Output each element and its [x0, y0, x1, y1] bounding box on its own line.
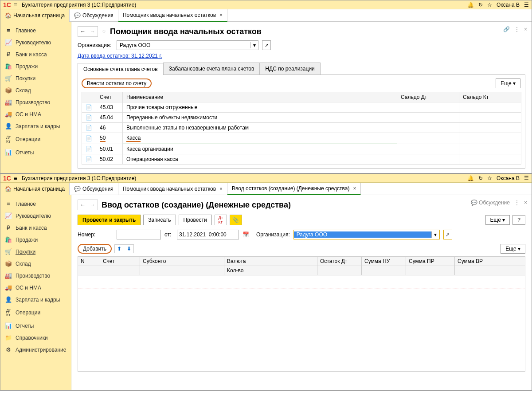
sidebar-item-reports[interactable]: 📊Отчеты [0, 146, 71, 158]
sidebar-item-purchases[interactable]: 🛒Покупки [0, 246, 71, 258]
tab-assistant[interactable]: Помощник ввода начальных остатков× [118, 183, 227, 195]
sidebar-item-operations[interactable]: ДтКтОперации [0, 132, 71, 146]
sidebar-item-bank[interactable]: ₽Банк и касса [0, 222, 71, 234]
tab-offbalance[interactable]: Забалансовые счета плана счетов [163, 63, 260, 74]
bell-icon[interactable]: 🔔 [467, 2, 474, 8]
col-sum-pr[interactable]: Сумма ПР [406, 257, 455, 266]
settings-lines-icon[interactable]: ☰ [524, 2, 529, 8]
sidebar-item-purchases[interactable]: 🛒Покупки [0, 72, 71, 84]
close-icon[interactable]: × [218, 186, 223, 192]
add-button[interactable]: Добавить [78, 244, 112, 254]
number-input[interactable] [117, 230, 161, 239]
close-icon[interactable]: × [524, 26, 527, 32]
col-subconto[interactable]: Субконто [140, 257, 224, 266]
kebab-icon[interactable]: ⋮ [514, 200, 520, 206]
dtkt-button[interactable]: ДтКт [215, 215, 227, 225]
hamburger-icon[interactable]: ≡ [14, 175, 17, 182]
col-balance-dt[interactable]: Остаток Дт [317, 257, 362, 266]
dropdown-icon[interactable]: ▾ [431, 231, 439, 238]
tab-home[interactable]: 🏠Начальная страница [0, 9, 70, 22]
col-sum-nu[interactable]: Сумма НУ [362, 257, 406, 266]
kebab-icon[interactable]: ⋮ [514, 26, 520, 32]
tab-entry[interactable]: Ввод остатков (создание) (Денежные средс… [227, 183, 361, 195]
close-icon[interactable]: × [524, 200, 527, 206]
sidebar-item-assets[interactable]: 🚚ОС и НМА [0, 108, 71, 120]
sidebar-item-admin[interactable]: ⚙Администрирование [0, 344, 71, 356]
table-row[interactable]: 📄50.02Операционная касса [82, 154, 521, 165]
more-button[interactable]: Еще ▾ [485, 215, 510, 225]
col-account[interactable]: Счет [100, 257, 140, 266]
post-button[interactable]: Провести [179, 215, 212, 225]
table-row[interactable]: 📄50.01Касса организации [82, 144, 521, 154]
settings-lines-icon[interactable]: ☰ [524, 175, 529, 181]
date-input[interactable] [177, 230, 239, 239]
table-row[interactable]: 📄45.04Переданные объекты недвижимости [82, 113, 521, 123]
open-ref-button[interactable]: ↗ [443, 230, 452, 239]
close-icon[interactable]: × [351, 185, 356, 192]
sidebar-item-manager[interactable]: 📈Руководителю [0, 210, 71, 222]
star-icon[interactable]: ☆ [487, 2, 492, 8]
open-ref-button[interactable]: ↗ [262, 40, 271, 50]
sidebar-item-sales[interactable]: 🛍️Продажи [0, 60, 71, 72]
sidebar-item-production[interactable]: 🏭Производство [0, 96, 71, 108]
star-icon[interactable]: ☆ [487, 175, 492, 181]
link-icon[interactable]: 🔗 [503, 26, 510, 32]
sidebar-item-stock[interactable]: 📦Склад [0, 84, 71, 96]
move-down-icon[interactable]: ⬇ [125, 245, 133, 253]
col-n[interactable]: N [78, 257, 100, 266]
enter-balances-button[interactable]: Ввести остатки по счету [82, 78, 152, 88]
org-input[interactable]: Радуга ООО ▾ [117, 40, 258, 50]
sidebar-item-hr[interactable]: 👤Зарплата и кадры [0, 294, 71, 306]
dropdown-icon[interactable]: ▾ [250, 42, 258, 48]
org-input[interactable]: Радуга ООО ▾ [293, 230, 440, 239]
post-and-close-button[interactable]: Провести и закрыть [78, 215, 141, 225]
sidebar-item-manager[interactable]: 📈Руководителю [0, 36, 71, 48]
sidebar-item-bank[interactable]: ₽Банк и касса [0, 48, 71, 60]
date-link[interactable]: Дата ввода остатков: 31.12.2021 г. [78, 53, 162, 59]
attach-button[interactable]: 📎 [230, 215, 242, 225]
save-button[interactable]: Записать [143, 215, 176, 225]
bell-icon[interactable]: 🔔 [467, 175, 474, 181]
close-icon[interactable]: × [218, 12, 223, 18]
table-row-selected[interactable]: 📄50Касса [82, 133, 521, 144]
help-button[interactable]: ? [512, 215, 525, 225]
hamburger-icon[interactable]: ≡ [14, 1, 17, 8]
sidebar-item-main[interactable]: ≡Главное [0, 24, 71, 36]
col-skt[interactable]: Сальдо Кт [459, 92, 521, 102]
nav-forward[interactable]: → [88, 27, 98, 36]
user-name[interactable]: Оксана В [497, 175, 520, 181]
move-up-icon[interactable]: ⬆ [115, 245, 124, 253]
discussion-link[interactable]: 💬 Обсуждение [471, 200, 510, 206]
nav-back[interactable]: ← [78, 200, 88, 210]
tab-vat[interactable]: НДС по реализации [259, 63, 320, 74]
table-row[interactable]: 📄46Выполненные этапы по незавершенным ра… [82, 123, 521, 133]
nav-forward[interactable]: → [88, 200, 98, 210]
sidebar-item-sales[interactable]: 🛍️Продажи [0, 234, 71, 246]
tab-main-accounts[interactable]: Основные счета плана счетов [78, 63, 164, 75]
tab-home[interactable]: 🏠Начальная страница [0, 183, 70, 195]
col-qty[interactable]: Кол-во [224, 266, 317, 275]
sidebar-item-main[interactable]: ≡Главное [0, 198, 71, 210]
user-name[interactable]: Оксана В [497, 2, 520, 8]
history-icon[interactable]: ↻ [478, 2, 483, 8]
more-button[interactable]: Еще ▾ [496, 78, 520, 88]
col-sdt[interactable]: Сальдо Дт [397, 92, 459, 102]
calendar-icon[interactable]: 📅 [243, 231, 249, 238]
history-icon[interactable]: ↻ [478, 175, 483, 181]
col-currency[interactable]: Валюта [224, 257, 317, 266]
sidebar-item-hr[interactable]: 👤Зарплата и кадры [0, 120, 71, 132]
sidebar-item-assets[interactable]: 🚚ОС и НМА [0, 282, 71, 294]
sidebar-item-refs[interactable]: 📁Справочники [0, 332, 71, 344]
table-row[interactable]: 📄45.03Прочие товары отгруженные [82, 102, 521, 113]
sidebar-item-stock[interactable]: 📦Склад [0, 258, 71, 270]
sidebar-item-production[interactable]: 🏭Производство [0, 270, 71, 282]
star-icon[interactable]: ☆ [102, 28, 106, 35]
sidebar-item-operations[interactable]: ДтКтОперации [0, 306, 71, 320]
col-name[interactable]: Наименование [123, 92, 397, 102]
sidebar-item-reports[interactable]: 📊Отчеты [0, 320, 71, 332]
col-code[interactable]: Счет [96, 92, 123, 102]
tab-discussions[interactable]: 💬Обсуждения [70, 9, 118, 22]
more-button[interactable]: Еще ▾ [501, 244, 525, 254]
nav-back[interactable]: ← [78, 27, 88, 36]
tab-assistant[interactable]: Помощник ввода начальных остатков× [118, 9, 227, 22]
